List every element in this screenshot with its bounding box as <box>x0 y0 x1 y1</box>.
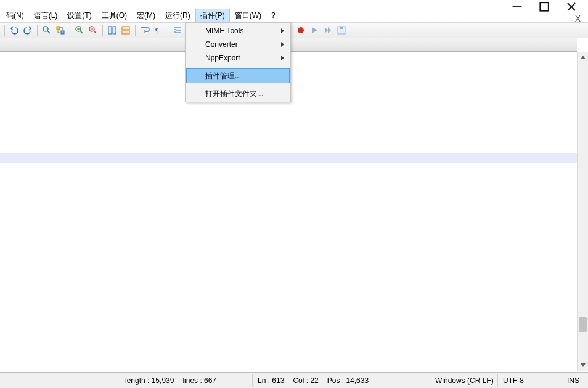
status-cursor: Ln : 613 Col : 22 Pos : 14,633 <box>253 374 430 387</box>
menubar: 码(N) 语言(L) 设置(T) 工具(O) 宏(M) 运行(R) 插件(P) … <box>0 9 280 22</box>
redo-button[interactable] <box>22 24 34 36</box>
menu-nppexport[interactable]: NppExport <box>187 51 289 65</box>
vertical-scrollbar[interactable] <box>577 52 588 371</box>
zoom-in-button[interactable] <box>73 24 86 36</box>
svg-marker-31 <box>581 363 586 367</box>
toolbar-separator <box>37 25 38 36</box>
menu-open-plugin-folder[interactable]: 打开插件文件夹... <box>187 87 289 101</box>
scroll-up-icon[interactable] <box>578 52 588 62</box>
menu-item-label: Converter <box>205 40 238 49</box>
minimize-button[interactable] <box>512 1 523 12</box>
status-filetype <box>0 374 120 387</box>
toolbar-separator <box>70 25 70 36</box>
status-length-lines: length : 15,939 lines : 667 <box>120 374 253 387</box>
current-line-highlight <box>0 153 577 163</box>
menu-tools[interactable]: 工具(O) <box>97 9 132 23</box>
menu-separator <box>204 85 288 85</box>
submenu-arrow-icon <box>281 28 284 33</box>
status-col: Col : 22 <box>293 376 318 385</box>
menu-macro[interactable]: 宏(M) <box>132 9 160 23</box>
restore-button[interactable] <box>539 1 550 12</box>
status-eol[interactable]: Windows (CR LF) <box>430 374 498 387</box>
sync-v-button[interactable] <box>106 24 118 36</box>
close-button[interactable] <box>566 1 577 12</box>
undo-button[interactable] <box>8 24 20 36</box>
menu-mime-tools[interactable]: MIME Tools <box>187 24 289 38</box>
play-macro-button[interactable] <box>308 24 321 36</box>
status-pos: Pos : 14,633 <box>327 376 369 385</box>
svg-rect-18 <box>122 31 129 34</box>
svg-text:¶: ¶ <box>155 27 158 34</box>
toolbar-separator <box>102 25 103 36</box>
sync-h-button[interactable] <box>120 24 132 36</box>
show-all-chars-button[interactable]: ¶ <box>152 24 165 36</box>
svg-marker-30 <box>581 56 586 59</box>
play-multi-button[interactable] <box>322 24 334 36</box>
svg-line-5 <box>47 31 50 33</box>
svg-point-24 <box>298 27 304 33</box>
svg-line-9 <box>80 31 83 33</box>
wordwrap-button[interactable] <box>139 24 151 36</box>
statusbar: length : 15,939 lines : 667 Ln : 613 Col… <box>0 372 588 388</box>
scrollbar-thumb[interactable] <box>579 317 587 332</box>
toolbar-separator <box>135 25 136 36</box>
svg-rect-17 <box>122 27 129 30</box>
svg-line-13 <box>94 31 96 33</box>
status-length: length : 15,939 <box>125 376 174 385</box>
indent-guide-button[interactable] <box>171 24 184 36</box>
menu-language[interactable]: 语言(L) <box>29 9 63 23</box>
find-button[interactable] <box>41 24 53 36</box>
record-macro-button[interactable] <box>295 24 307 36</box>
menu-encoding[interactable]: 码(N) <box>1 9 29 23</box>
menu-item-label: NppExport <box>205 54 240 62</box>
svg-rect-7 <box>61 31 64 34</box>
svg-point-4 <box>43 27 48 31</box>
replace-button[interactable] <box>54 24 67 36</box>
svg-rect-15 <box>108 27 112 34</box>
status-ln: Ln : 613 <box>258 376 284 385</box>
svg-marker-25 <box>312 27 317 33</box>
submenu-arrow-icon <box>281 42 284 47</box>
menu-converter[interactable]: Converter <box>187 38 289 51</box>
svg-rect-1 <box>540 2 549 11</box>
menu-help[interactable]: ? <box>266 9 280 22</box>
status-encoding[interactable]: UTF-8 <box>498 374 552 387</box>
plugins-dropdown: MIME Tools Converter NppExport 插件管理... 打… <box>185 22 291 102</box>
submenu-arrow-icon <box>281 56 284 60</box>
menu-item-label: 插件管理... <box>205 71 241 81</box>
menu-item-label: MIME Tools <box>205 27 243 35</box>
svg-rect-29 <box>340 27 343 29</box>
svg-rect-6 <box>57 27 60 30</box>
menu-run[interactable]: 运行(R) <box>160 9 195 23</box>
status-lines: lines : 667 <box>182 376 216 385</box>
svg-rect-16 <box>113 27 116 34</box>
toolbar: ¶ <box>0 22 588 38</box>
menu-plugin-manager[interactable]: 插件管理... <box>186 68 290 83</box>
scroll-down-icon[interactable] <box>578 360 588 370</box>
svg-marker-26 <box>325 27 328 33</box>
menu-settings[interactable]: 设置(T) <box>62 9 96 23</box>
menu-plugins[interactable]: 插件(P) <box>195 9 230 23</box>
menu-separator <box>204 67 288 67</box>
status-ins[interactable]: INS <box>562 374 588 387</box>
zoom-out-button[interactable] <box>87 24 99 36</box>
save-macro-button[interactable] <box>335 24 348 36</box>
menu-window[interactable]: 窗口(W) <box>230 9 266 23</box>
toolbar-separator <box>4 25 5 36</box>
svg-marker-27 <box>328 27 331 33</box>
menu-item-label: 打开插件文件夹... <box>205 89 263 99</box>
toolbar-separator <box>168 25 168 36</box>
